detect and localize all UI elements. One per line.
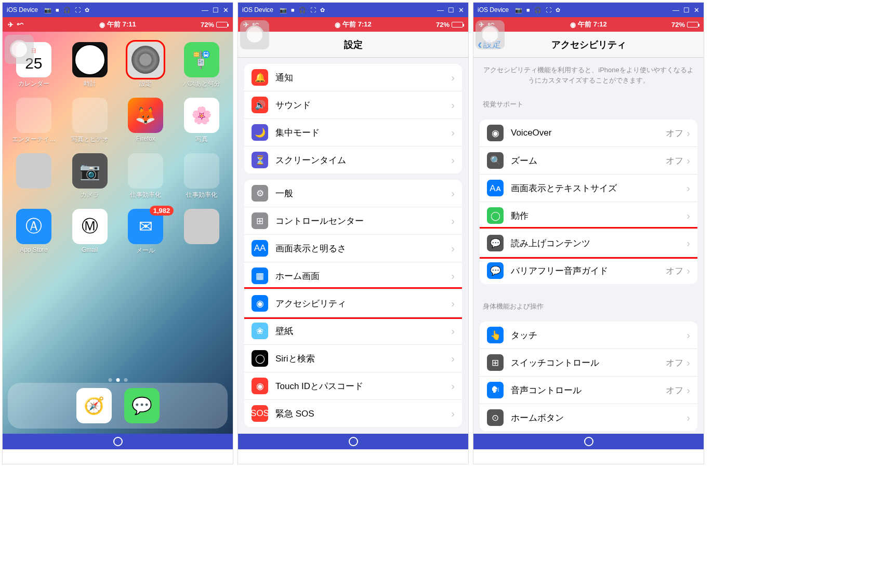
close-icon[interactable]: ✕: [458, 6, 464, 14]
page-dots[interactable]: [108, 378, 127, 382]
row-textsize[interactable]: Aᴀ画面表示とテキストサイズ›: [480, 174, 697, 202]
nav-circle-icon[interactable]: [349, 437, 358, 446]
minimize-icon[interactable]: —: [437, 6, 444, 14]
text-size-icon: Aᴀ: [487, 180, 504, 196]
battery-percent: 72%: [671, 21, 685, 29]
row-siri[interactable]: ◯Siriと検索›: [244, 344, 462, 372]
group-visual-label: 視覚サポート: [473, 88, 704, 113]
chevron-right-icon: ›: [451, 325, 455, 337]
row-accessibility[interactable]: ◉アクセシビリティ›: [244, 289, 462, 317]
row-voiceover[interactable]: ◉VoiceOverオフ›: [480, 119, 697, 146]
chevron-right-icon: ›: [451, 154, 455, 166]
dock-messages[interactable]: 💬: [124, 388, 160, 423]
app-gmail[interactable]: Ⓜ Gmail: [65, 209, 115, 255]
row-homescreen[interactable]: ▦ホーム画面›: [244, 262, 462, 289]
maximize-icon[interactable]: ☐: [213, 6, 219, 14]
dock-safari[interactable]: 🧭: [76, 388, 112, 423]
speaker-icon: 🔊: [252, 97, 268, 113]
video-icon[interactable]: ■: [56, 7, 59, 14]
assistive-touch[interactable]: [5, 35, 34, 64]
folder-entertainment[interactable]: エンターテイ…: [9, 98, 59, 144]
minimize-icon[interactable]: —: [202, 6, 208, 14]
chevron-right-icon: ›: [451, 353, 455, 365]
siri-icon: ◯: [252, 350, 268, 367]
row-sos[interactable]: SOS緊急 SOS›: [244, 399, 462, 427]
row-general[interactable]: ⚙一般›: [244, 180, 462, 207]
app-mail[interactable]: ✉ 1,982 メール: [121, 209, 171, 255]
app-appstore[interactable]: Ⓐ App Store: [9, 209, 59, 255]
chevron-right-icon: ›: [686, 412, 690, 424]
close-icon[interactable]: ✕: [223, 6, 229, 14]
camera-icon[interactable]: 📷: [44, 7, 51, 14]
zoom-icon: 🔍: [487, 152, 504, 169]
row-touchid[interactable]: ◉Touch IDとパスコード›: [244, 372, 462, 399]
row-switchcontrol[interactable]: ⊞スイッチコントロールオフ›: [480, 349, 697, 376]
chevron-right-icon: ›: [451, 298, 455, 310]
folder-photo-video[interactable]: 写真とビデオ: [65, 98, 115, 144]
headphone-icon[interactable]: 🎧: [299, 7, 306, 14]
chevron-right-icon: ›: [451, 72, 455, 84]
row-screentime[interactable]: ⏳スクリーンタイム›: [244, 146, 462, 173]
row-touch[interactable]: 👆タッチ›: [480, 322, 697, 349]
maximize-icon[interactable]: ☐: [448, 6, 454, 14]
expand-icon[interactable]: ⛶: [75, 7, 81, 14]
row-audio-descriptions[interactable]: 💬バリアフリー音声ガイドオフ›: [480, 257, 697, 284]
maximize-icon[interactable]: ☐: [683, 6, 690, 14]
moon-icon: 🌙: [252, 124, 268, 141]
phone-accessibility: iOS Device 📷■🎧⛶✿ —☐✕ ✈⬿ ◉午前 7:12 72% ‹設定…: [473, 2, 704, 464]
row-motion[interactable]: ◯動作›: [480, 202, 697, 229]
app-blurred-1[interactable]: [9, 153, 59, 199]
grid-icon: ▦: [252, 268, 268, 284]
row-controlcenter[interactable]: ⊞コントロールセンター›: [244, 207, 462, 234]
nav-circle-icon[interactable]: [584, 437, 593, 446]
folder-productivity-2[interactable]: 仕事効率化: [177, 153, 227, 199]
bell-icon: 🔔: [252, 69, 268, 86]
group-body-label: 身体機能および操作: [473, 290, 704, 315]
fingerprint-icon: ◉: [252, 378, 268, 394]
row-sounds[interactable]: 🔊サウンド›: [244, 91, 462, 118]
row-voicecontrol[interactable]: 🗣音声コントロールオフ›: [480, 376, 697, 404]
app-clock[interactable]: 時計: [65, 42, 115, 88]
chevron-right-icon: ›: [686, 384, 690, 396]
row-display[interactable]: AA画面表示と明るさ›: [244, 234, 462, 262]
app-camera[interactable]: 📷 カメラ: [65, 153, 115, 199]
gear-icon[interactable]: ✿: [85, 7, 89, 14]
camera-icon[interactable]: 📷: [280, 7, 287, 14]
chevron-right-icon: ›: [451, 380, 455, 392]
row-wallpaper[interactable]: ❀壁紙›: [244, 317, 462, 344]
app-firefox[interactable]: 🦊 Firefox: [121, 98, 171, 144]
nav-circle-icon[interactable]: [113, 437, 123, 446]
settings-group-1: 🔔通知› 🔊サウンド› 🌙集中モード› ⏳スクリーンタイム›: [244, 64, 462, 173]
flower-icon: ❀: [252, 323, 268, 339]
emulator-bottombar: [238, 434, 468, 449]
close-icon[interactable]: ✕: [694, 6, 699, 14]
expand-icon[interactable]: ⛶: [310, 7, 316, 14]
folder-productivity-1[interactable]: 仕事効率化: [121, 153, 171, 199]
headphone-icon[interactable]: 🎧: [63, 7, 71, 14]
app-blurred-2[interactable]: [177, 209, 227, 255]
row-homebutton[interactable]: ⊙ホームボタン›: [480, 404, 697, 431]
gear-icon[interactable]: ✿: [556, 7, 560, 14]
assistive-touch[interactable]: [475, 20, 505, 49]
chevron-right-icon: ›: [686, 182, 690, 194]
row-notifications[interactable]: 🔔通知›: [244, 64, 462, 91]
gear-icon[interactable]: ✿: [320, 7, 325, 14]
battery-icon: [687, 22, 698, 28]
row-spoken-content[interactable]: 💬読み上げコンテンツ›: [480, 229, 697, 257]
minimize-icon[interactable]: —: [672, 6, 679, 14]
app-photos[interactable]: 🌸 写真: [177, 98, 227, 144]
video-icon[interactable]: ■: [291, 7, 295, 14]
home-button-icon: ⊙: [487, 409, 504, 426]
mail-badge: 1,982: [150, 206, 174, 216]
expand-icon[interactable]: ⛶: [546, 7, 551, 14]
video-icon[interactable]: ■: [526, 7, 530, 14]
app-settings[interactable]: 設定: [121, 42, 171, 88]
motion-icon: ◯: [487, 207, 504, 224]
assistive-touch[interactable]: [240, 20, 269, 49]
camera-icon[interactable]: 📷: [515, 7, 522, 14]
app-bus[interactable]: 🚏 バスあと何分: [177, 42, 227, 88]
headphone-icon[interactable]: 🎧: [534, 7, 541, 14]
row-focus[interactable]: 🌙集中モード›: [244, 118, 462, 146]
airplane-icon: ✈: [8, 21, 14, 29]
row-zoom[interactable]: 🔍ズームオフ›: [480, 146, 697, 174]
